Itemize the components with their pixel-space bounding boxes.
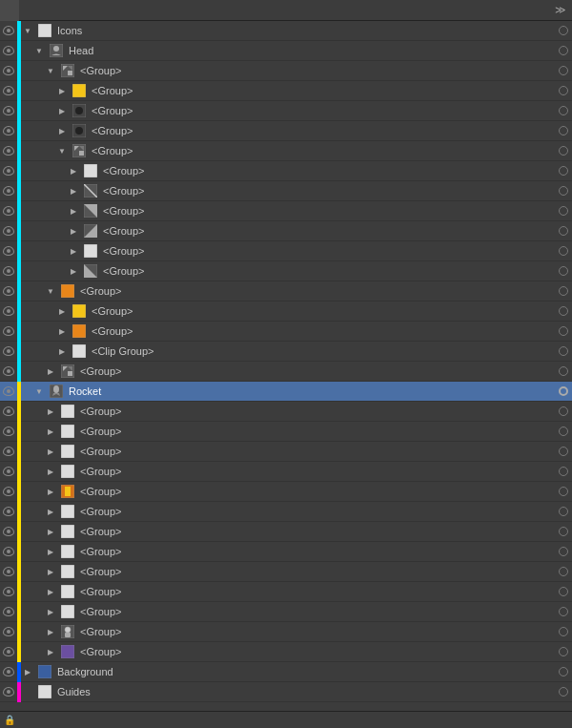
layer-row[interactable]: <Group> (0, 101, 572, 121)
visibility-toggle[interactable] (0, 306, 17, 316)
target-toggle[interactable] (555, 667, 572, 676)
tab-artboards[interactable] (38, 0, 57, 21)
target-toggle[interactable] (555, 527, 572, 536)
target-toggle[interactable] (555, 106, 572, 115)
target-toggle[interactable] (555, 406, 572, 416)
visibility-toggle[interactable] (0, 487, 17, 496)
layer-row[interactable]: <Group> (0, 161, 572, 181)
expand-arrow[interactable] (55, 344, 69, 358)
expand-arrow[interactable] (55, 144, 69, 157)
panel-menu-arrow[interactable]: ≫ (549, 1, 572, 19)
layer-row[interactable]: <Group> (0, 522, 572, 542)
visibility-toggle[interactable] (0, 426, 17, 436)
target-toggle[interactable] (555, 487, 572, 496)
expand-arrow[interactable] (32, 44, 46, 57)
layer-row[interactable]: <Group> (0, 622, 572, 642)
expand-arrow[interactable] (44, 485, 57, 498)
layer-row[interactable]: Background (0, 662, 572, 682)
expand-arrow[interactable] (67, 224, 80, 238)
visibility-toggle[interactable] (0, 106, 17, 115)
layer-row[interactable]: <Group> (0, 81, 572, 101)
target-toggle[interactable] (555, 266, 572, 276)
expand-arrow[interactable] (44, 284, 57, 298)
target-toggle[interactable] (555, 507, 572, 516)
visibility-toggle[interactable] (0, 667, 17, 676)
visibility-toggle[interactable] (0, 86, 17, 95)
visibility-toggle[interactable] (0, 687, 17, 697)
target-toggle[interactable] (555, 86, 572, 95)
visibility-toggle[interactable] (0, 26, 17, 35)
layer-row[interactable]: <Group> (0, 602, 572, 622)
visibility-toggle[interactable] (0, 587, 17, 596)
target-toggle[interactable] (555, 166, 572, 176)
layer-row[interactable]: <Group> (0, 442, 572, 462)
visibility-toggle[interactable] (0, 286, 17, 296)
layer-row[interactable]: <Group> (0, 482, 572, 502)
layer-row[interactable]: <Group> (0, 241, 572, 261)
expand-arrow[interactable] (55, 304, 69, 318)
target-toggle[interactable] (555, 587, 572, 596)
visibility-toggle[interactable] (0, 366, 17, 376)
expand-arrow[interactable] (44, 585, 57, 598)
expand-arrow[interactable] (44, 465, 57, 478)
target-toggle[interactable] (555, 46, 572, 55)
layer-row[interactable]: <Group> (0, 502, 572, 522)
expand-arrow[interactable] (67, 204, 80, 218)
layer-row[interactable]: <Group> (0, 462, 572, 482)
visibility-toggle[interactable] (0, 647, 17, 656)
layer-row[interactable]: <Group> (0, 221, 572, 241)
layer-row[interactable]: Rocket (0, 382, 572, 402)
visibility-toggle[interactable] (0, 126, 17, 135)
layer-row[interactable]: <Group> (0, 542, 572, 562)
target-toggle[interactable] (555, 687, 572, 697)
target-toggle[interactable] (555, 186, 572, 196)
target-toggle[interactable] (555, 447, 572, 456)
expand-arrow[interactable] (44, 64, 57, 77)
visibility-toggle[interactable] (0, 66, 17, 75)
expand-arrow[interactable] (67, 264, 80, 278)
visibility-toggle[interactable] (0, 386, 17, 396)
visibility-toggle[interactable] (0, 266, 17, 276)
visibility-toggle[interactable] (0, 46, 17, 55)
expand-arrow[interactable] (44, 605, 57, 618)
layer-row[interactable]: <Group> (0, 402, 572, 422)
layer-row[interactable]: <Group> (0, 121, 572, 141)
expand-arrow[interactable] (44, 565, 57, 578)
target-toggle[interactable] (555, 346, 572, 356)
target-toggle[interactable] (555, 286, 572, 296)
target-toggle[interactable] (555, 146, 572, 156)
expand-arrow[interactable] (55, 84, 69, 97)
target-toggle[interactable] (555, 386, 572, 396)
visibility-toggle[interactable] (0, 346, 17, 356)
target-toggle[interactable] (555, 26, 572, 35)
expand-arrow[interactable] (44, 445, 57, 458)
layer-row[interactable]: <Group> (0, 582, 572, 602)
layer-row[interactable]: <Group> (0, 281, 572, 302)
expand-arrow[interactable] (67, 184, 80, 198)
visibility-toggle[interactable] (0, 226, 17, 236)
visibility-toggle[interactable] (0, 507, 17, 516)
layer-row[interactable]: <Group> (0, 322, 572, 342)
expand-arrow[interactable] (44, 545, 57, 558)
target-toggle[interactable] (555, 206, 572, 216)
visibility-toggle[interactable] (0, 467, 17, 476)
visibility-toggle[interactable] (0, 527, 17, 536)
target-toggle[interactable] (555, 567, 572, 576)
layer-row[interactable]: Icons (0, 21, 572, 41)
target-toggle[interactable] (555, 66, 572, 75)
layer-row[interactable]: <Group> (0, 181, 572, 201)
target-toggle[interactable] (555, 426, 572, 436)
expand-arrow[interactable] (21, 665, 34, 678)
visibility-toggle[interactable] (0, 246, 17, 256)
visibility-toggle[interactable] (0, 627, 17, 636)
target-toggle[interactable] (555, 306, 572, 316)
expand-arrow[interactable] (32, 385, 46, 398)
layer-row[interactable]: <Group> (0, 141, 572, 161)
target-toggle[interactable] (555, 326, 572, 336)
expand-arrow[interactable] (44, 645, 57, 658)
visibility-toggle[interactable] (0, 406, 17, 416)
layer-row[interactable]: <Group> (0, 201, 572, 221)
expand-arrow[interactable] (67, 164, 80, 177)
layer-row[interactable]: <Group> (0, 261, 572, 281)
expand-arrow[interactable] (55, 124, 69, 137)
